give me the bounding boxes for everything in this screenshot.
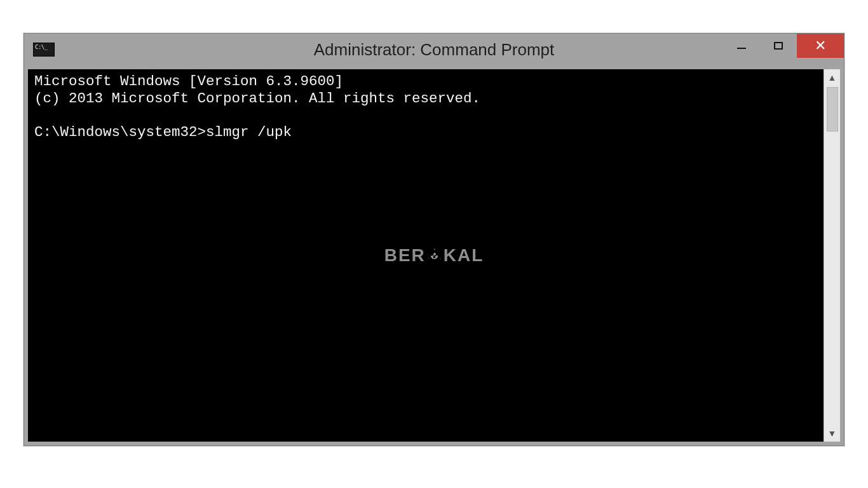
minimize-button[interactable]: [723, 34, 760, 58]
titlebar[interactable]: Administrator: Command Prompt ✕: [24, 34, 844, 65]
cmd-icon[interactable]: [33, 43, 55, 57]
console-output[interactable]: Microsoft Windows [Version 6.3.9600] (c)…: [28, 69, 824, 442]
close-button[interactable]: ✕: [797, 34, 844, 58]
maximize-button[interactable]: [760, 34, 797, 58]
window-title: Administrator: Command Prompt: [24, 40, 844, 60]
console-line: Microsoft Windows [Version 6.3.9600]: [34, 73, 343, 90]
vertical-scrollbar[interactable]: ▲ ▼: [824, 69, 840, 442]
command-prompt-window: Administrator: Command Prompt ✕ Microsof…: [24, 33, 844, 446]
client-area: Microsoft Windows [Version 6.3.9600] (c)…: [28, 69, 840, 442]
typed-command: slmgr /upk: [206, 124, 292, 140]
console-line: (c) 2013 Microsoft Corporation. All righ…: [34, 90, 480, 107]
stage: Administrator: Command Prompt ✕ Microsof…: [0, 0, 868, 488]
scroll-down-arrow-icon[interactable]: ▼: [824, 425, 840, 442]
window-controls: ✕: [723, 34, 844, 65]
scroll-thumb[interactable]: [827, 87, 838, 132]
scroll-up-arrow-icon[interactable]: ▲: [824, 69, 840, 86]
prompt: C:\Windows\system32>: [34, 124, 206, 140]
